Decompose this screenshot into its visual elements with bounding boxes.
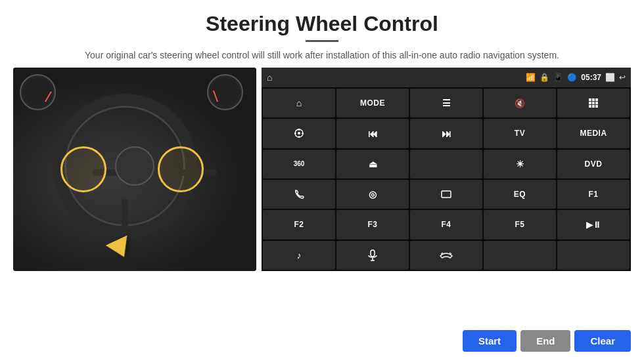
music-icon: ♪ <box>297 250 302 261</box>
btn-screen-ratio[interactable] <box>410 180 482 209</box>
brightness-icon: ☀ <box>516 159 524 169</box>
page-container: Steering Wheel Control Your original car… <box>0 0 644 357</box>
btn-play-pause[interactable]: ▶⏸ <box>557 210 630 239</box>
status-bar: ⌂ 📶 🔒 📱 🔵 05:37 ⬜ ↩ <box>262 68 631 87</box>
play-pause-icon: ▶⏸ <box>586 220 601 230</box>
btn-list[interactable]: ☰ <box>410 89 482 117</box>
btn-radio[interactable] <box>410 150 482 178</box>
title-divider <box>306 40 338 42</box>
status-bar-right: 📶 🔒 📱 🔵 05:37 ⬜ ↩ <box>526 73 626 82</box>
eject-icon: ⏏ <box>369 159 377 169</box>
microphone-icon <box>368 249 377 261</box>
btn-empty-1 <box>484 241 556 270</box>
svg-rect-1 <box>592 98 595 101</box>
arrow-indicator <box>106 236 135 262</box>
head-unit-panel: ⌂ 📶 🔒 📱 🔵 05:37 ⬜ ↩ ⌂ MODE <box>262 68 631 271</box>
svg-rect-2 <box>595 98 598 101</box>
btn-eq[interactable]: EQ <box>484 180 556 209</box>
screen-ratio-icon <box>441 190 451 198</box>
screen-icon: ⬜ <box>605 73 615 82</box>
status-bar-left: ⌂ <box>267 72 272 83</box>
end-button[interactable]: End <box>520 330 570 352</box>
btn-nav[interactable] <box>263 119 335 148</box>
page-subtitle: Your original car's steering wheel contr… <box>26 49 618 62</box>
btn-prev[interactable]: ⏮ <box>336 119 409 148</box>
home-icon: ⌂ <box>267 72 272 83</box>
steering-bg <box>13 68 256 271</box>
mute-icon: 🔇 <box>515 98 525 108</box>
content-area: ⌂ 📶 🔒 📱 🔵 05:37 ⬜ ↩ ⌂ MODE <box>0 68 644 357</box>
svg-rect-0 <box>589 98 591 101</box>
rpm-meter <box>207 74 243 110</box>
svg-rect-3 <box>589 102 591 104</box>
btn-eject[interactable]: ⏏ <box>336 150 409 178</box>
start-button[interactable]: Start <box>463 330 517 352</box>
svg-rect-16 <box>371 250 375 257</box>
btn-phone[interactable] <box>263 180 335 209</box>
clear-button[interactable]: Clear <box>574 330 631 352</box>
btn-brightness[interactable]: ☀ <box>484 150 556 178</box>
btn-music[interactable]: ♪ <box>263 241 335 270</box>
btn-navi-2[interactable]: ◎ <box>336 180 409 209</box>
nav-icon <box>294 128 304 138</box>
left-button-highlight <box>60 146 106 192</box>
steering-hub <box>115 146 154 186</box>
navi-icon: ◎ <box>369 189 377 200</box>
page-title: Steering Wheel Control <box>26 12 618 36</box>
btn-mute[interactable]: 🔇 <box>484 89 556 117</box>
svg-rect-4 <box>592 102 595 104</box>
btn-mic[interactable] <box>336 241 409 270</box>
btn-call-hangup[interactable] <box>410 241 482 270</box>
speedometer <box>20 74 56 110</box>
svg-rect-7 <box>592 105 595 108</box>
wifi-icon: 📶 <box>526 73 536 82</box>
list-icon: ☰ <box>442 98 451 108</box>
control-grid: ⌂ MODE ☰ 🔇 <box>262 87 631 271</box>
btn-home[interactable]: ⌂ <box>263 89 335 117</box>
svg-point-10 <box>298 132 300 135</box>
steering-wheel-image <box>13 68 256 271</box>
btn-f3[interactable]: F3 <box>336 210 409 239</box>
btn-f1[interactable]: F1 <box>557 180 630 209</box>
spoke-bottom <box>122 199 128 238</box>
360-text: 360 <box>294 160 305 167</box>
phone-icon <box>294 189 304 200</box>
btn-empty-2 <box>557 241 630 270</box>
bluetooth-icon: 🔵 <box>567 73 577 82</box>
header-section: Steering Wheel Control Your original car… <box>0 0 644 68</box>
back-icon: ↩ <box>619 73 626 82</box>
svg-rect-8 <box>595 105 598 108</box>
svg-rect-15 <box>442 191 451 198</box>
btn-360[interactable]: 360 <box>263 150 335 178</box>
btn-dvd[interactable]: DVD <box>557 150 630 178</box>
prev-icon: ⏮ <box>368 128 378 139</box>
btn-f4[interactable]: F4 <box>410 210 482 239</box>
btn-apps[interactable] <box>557 89 630 117</box>
apps-icon <box>587 97 599 109</box>
btn-next[interactable]: ⏭ <box>410 119 482 148</box>
btn-tv[interactable]: TV <box>484 119 556 148</box>
lock-icon: 🔒 <box>540 73 549 82</box>
right-button-highlight <box>158 146 204 192</box>
sim-icon: 📱 <box>553 73 563 82</box>
home-btn-icon: ⌂ <box>296 98 302 108</box>
btn-mode[interactable]: MODE <box>336 89 409 117</box>
svg-rect-6 <box>589 105 591 108</box>
next-icon: ⏭ <box>442 128 451 139</box>
bottom-bar: Start End Clear <box>0 325 644 357</box>
rpm-needle <box>213 91 218 102</box>
btn-f2[interactable]: F2 <box>263 210 335 239</box>
status-time: 05:37 <box>581 73 601 82</box>
speedometer-needle <box>45 91 52 102</box>
svg-rect-5 <box>595 102 598 104</box>
btn-media[interactable]: MEDIA <box>557 119 630 148</box>
btn-f5[interactable]: F5 <box>484 210 556 239</box>
call-hangup-icon <box>440 251 453 260</box>
